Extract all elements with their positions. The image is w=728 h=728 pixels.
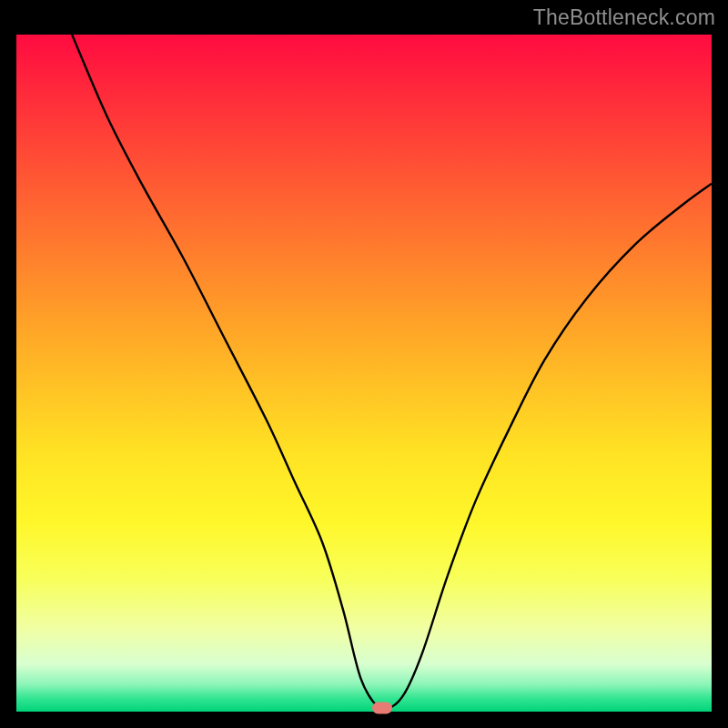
watermark-text: TheBottleneck.com	[533, 5, 715, 30]
chart-stage: TheBottleneck.com	[0, 0, 728, 728]
plot-area	[16, 35, 712, 712]
minimum-marker	[372, 703, 392, 714]
background-gradient	[16, 35, 712, 712]
